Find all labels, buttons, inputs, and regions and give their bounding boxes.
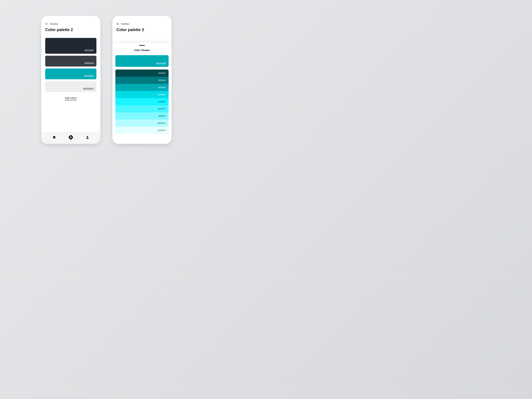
shade-hex-label: #00DBE6 xyxy=(158,94,165,95)
shade-list: #00494D#007A80#00ABB3#00DBE6#1AF5FF#4DF7… xyxy=(115,70,169,134)
swatch-hex-label: #EEEEEE xyxy=(83,88,94,90)
svg-rect-3 xyxy=(70,137,72,138)
breadcrumb-label: Palettes xyxy=(121,23,129,25)
back-arrow-icon[interactable] xyxy=(116,22,119,25)
featured-color-swatch[interactable]: #00ADB5 xyxy=(115,55,169,67)
shade-row[interactable]: #B3FCFF xyxy=(115,120,169,127)
sheet-title: Color Shades xyxy=(115,49,169,51)
page-title: Color palette 2 xyxy=(116,27,168,32)
plus-diamond-icon xyxy=(68,134,74,141)
color-swatch[interactable]: #222831 xyxy=(45,38,96,54)
shade-row[interactable]: #4DF7FF xyxy=(115,105,169,112)
svg-point-4 xyxy=(87,136,88,137)
color-swatch[interactable]: #00ADB5 xyxy=(45,69,96,79)
shade-hex-label: #00ABB3 xyxy=(158,86,165,89)
featured-color-label: #00ADB5 xyxy=(156,62,166,65)
nav-profile-button[interactable] xyxy=(84,134,91,141)
add-colour-button[interactable]: Add colour xyxy=(45,96,96,99)
phone-left-content: Palettes Color palette 2 #222831#393E46#… xyxy=(41,16,101,132)
bottom-nav xyxy=(41,132,101,144)
shade-hex-label: #B3FCFF xyxy=(158,122,165,124)
shade-row[interactable]: #80F9FF xyxy=(115,112,169,120)
shade-row[interactable]: #00494D xyxy=(115,70,169,77)
sheet-grabber[interactable] xyxy=(139,45,145,46)
home-icon xyxy=(52,135,56,140)
back-arrow-icon[interactable] xyxy=(45,22,48,25)
shade-row[interactable]: #E5FEFF xyxy=(115,127,169,134)
color-swatch[interactable]: #EEEEEE xyxy=(45,81,96,92)
shade-row[interactable]: #00ABB3 xyxy=(115,84,169,91)
breadcrumb[interactable]: Palettes xyxy=(116,22,168,25)
shade-row[interactable]: #00DBE6 xyxy=(115,91,169,98)
nav-home-button[interactable] xyxy=(51,134,57,141)
shade-hex-label: #80F9FF xyxy=(158,115,165,117)
breadcrumb[interactable]: Palettes xyxy=(45,22,96,25)
divider xyxy=(45,34,96,35)
swatch-hex-label: #393E46 xyxy=(84,62,94,64)
shade-hex-label: #00494D xyxy=(158,72,165,74)
add-colour-label: Add colour xyxy=(65,96,77,100)
page-title: Color palette 2 xyxy=(45,27,96,32)
nav-add-button[interactable] xyxy=(68,134,74,141)
shade-hex-label: #E5FEFF xyxy=(158,129,165,131)
swatch-hex-label: #00ADB5 xyxy=(84,75,94,77)
swatch-hex-label: #222831 xyxy=(85,49,94,52)
phone-right: Palettes Color palette 2 Color Shades #0… xyxy=(112,16,171,144)
shade-hex-label: #1AF5FF xyxy=(158,101,165,103)
phone-left: Palettes Color palette 2 #222831#393E46#… xyxy=(41,16,101,144)
shade-hex-label: #4DF7FF xyxy=(158,108,165,110)
shade-hex-label: #007A80 xyxy=(158,79,165,81)
color-shades-sheet: Color Shades #00ADB5 #00494D#007A80#00AB… xyxy=(112,43,171,144)
breadcrumb-label: Palettes xyxy=(50,23,58,25)
person-icon xyxy=(86,135,89,140)
color-swatch[interactable]: #393E46 xyxy=(45,56,96,66)
shade-row[interactable]: #007A80 xyxy=(115,77,169,84)
shade-row[interactable]: #1AF5FF xyxy=(115,98,169,105)
swatch-list: #222831#393E46#00ADB5#EEEEEE xyxy=(45,38,96,92)
